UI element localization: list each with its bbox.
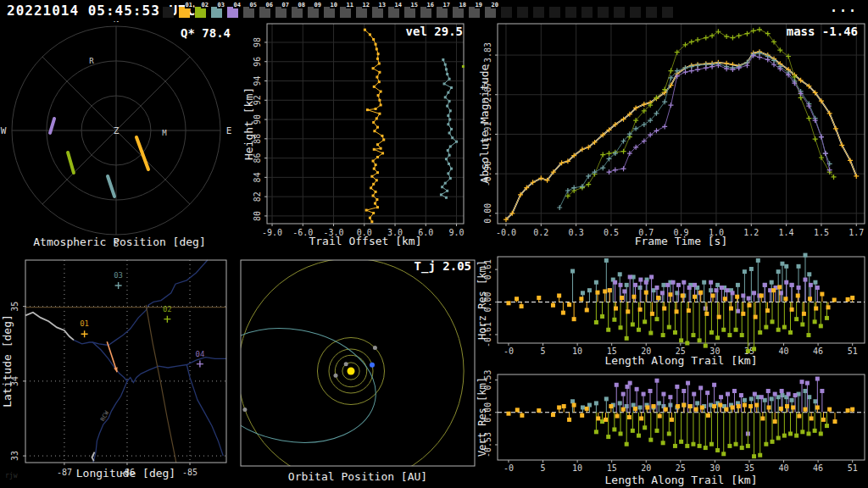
svg-text:80: 80 [253, 211, 262, 221]
orbital-position-plot [239, 250, 476, 488]
trail-xlabel: Trail Offset [km] [267, 235, 464, 247]
inactive-chip-15[interactable]: 15 [404, 7, 415, 18]
chip-number-label: 18 [459, 2, 467, 8]
q-value: Q* 78.4 [181, 26, 231, 40]
empty-chip [163, 7, 174, 18]
empty-chip [581, 7, 593, 18]
chip-number-label: 17 [442, 2, 451, 8]
empty-chip [646, 7, 657, 18]
svg-text:W: W [1, 125, 7, 136]
chip-number-label: 07 [281, 2, 290, 8]
inactive-chip-20[interactable]: 20 [485, 7, 496, 18]
svg-text:0.00: 0.00 [483, 203, 492, 224]
station-chip-03[interactable]: 03 [211, 7, 222, 18]
watermark: rjw [5, 472, 17, 480]
orbit-title: Orbital Position [AU] [239, 470, 476, 483]
inactive-chip-16[interactable]: 16 [420, 7, 431, 18]
horz-xlabel: Length Along Trail [km] [498, 354, 865, 367]
trail-offset-panel: -9.0-6.0-3.00.03.06.09.08082848688909294… [239, 21, 476, 250]
chip-number-label: 10 [330, 2, 338, 8]
svg-text:01: 01 [80, 319, 89, 328]
svg-text:02: 02 [163, 305, 172, 313]
ground-map-plot: RCW-87-86-8533343501020304 [0, 250, 239, 488]
mag-xlabel: Frame Time [s] [498, 235, 865, 247]
header-bar: 20221014 05:45:53 UTC 010203040506070809… [0, 0, 868, 21]
magnitude-plot: -0.00.20.30.50.70.91.01.21.41.51.70.00-0… [476, 21, 868, 250]
chip-number-label: 05 [249, 2, 258, 8]
svg-text:25: 25 [676, 463, 686, 473]
svg-text:33: 33 [10, 451, 19, 461]
svg-text:35: 35 [10, 302, 19, 312]
horz-res-panel: -05101520253035404651-0.610.000.61 Horz … [476, 250, 868, 369]
chip-number-label: 08 [298, 2, 306, 8]
empty-chip [517, 7, 528, 18]
chip-number-label: 11 [346, 2, 354, 8]
empty-chip [533, 7, 544, 18]
horz-res-plot: -05101520253035404651-0.610.000.61 [476, 250, 868, 369]
empty-chip [565, 7, 576, 18]
svg-text:04: 04 [195, 350, 204, 358]
chip-number-label: 09 [314, 2, 322, 8]
svg-text:10: 10 [572, 463, 582, 473]
overflow-menu-button[interactable]: ... [830, 0, 858, 15]
inactive-chip-08[interactable]: 08 [292, 7, 303, 18]
trail-offset-plot: -9.0-6.0-3.00.03.06.09.08082848688909294… [239, 21, 476, 250]
inactive-chip-11[interactable]: 11 [340, 7, 351, 18]
empty-chip [662, 7, 673, 18]
inactive-chip-10[interactable]: 10 [324, 7, 335, 18]
chip-number-label: 02 [201, 2, 209, 8]
svg-text:51: 51 [848, 463, 858, 473]
empty-chip [501, 7, 512, 18]
svg-text:N: N [114, 21, 120, 25]
map-ylabel: Latitude [deg] [1, 314, 14, 408]
inactive-chip-06[interactable]: 06 [259, 7, 270, 18]
empty-chip [549, 7, 560, 18]
station-chip-04[interactable]: 04 [227, 7, 238, 18]
chip-number-label: 04 [233, 2, 242, 8]
svg-text:M: M [162, 129, 167, 137]
chip-number-label: 03 [217, 2, 225, 8]
svg-text:E: E [226, 125, 232, 136]
inactive-chip-17[interactable]: 17 [437, 7, 448, 18]
svg-text:46: 46 [813, 463, 823, 473]
svg-text:82: 82 [253, 191, 262, 202]
atmos-title: Atmospheric Position [deg] [0, 236, 239, 248]
station-chip-01[interactable]: 01 [179, 7, 190, 18]
svg-text:-0: -0 [504, 463, 514, 473]
empty-chip [614, 7, 625, 18]
svg-text:20: 20 [641, 463, 651, 473]
svg-text:5: 5 [541, 463, 546, 473]
chip-number-label: 20 [491, 2, 499, 8]
svg-text:84: 84 [253, 172, 262, 182]
chip-number-label: 13 [378, 2, 387, 8]
horz-ylabel: Horz Res [km] [476, 260, 488, 340]
inactive-chip-09[interactable]: 09 [308, 7, 319, 18]
station-chip-02[interactable]: 02 [195, 7, 206, 18]
svg-text:35: 35 [744, 463, 754, 473]
empty-chip [598, 7, 609, 18]
station-chip-strip: 0102030405060708091011121314151617181920 [163, 7, 673, 18]
inactive-chip-13[interactable]: 13 [372, 7, 383, 18]
chip-number-label: 14 [394, 2, 403, 8]
svg-text:98: 98 [253, 37, 262, 47]
vert-ylabel: Vert Res [km] [476, 377, 488, 457]
inactive-chip-19[interactable]: 19 [469, 7, 480, 18]
vert-res-panel: -05101520253035404651-0.530.000.53 Vert … [476, 369, 868, 488]
mass-value: mass -1.46 [787, 25, 858, 38]
mag-ylabel: Absolute Magnitude [478, 64, 491, 184]
vert-xlabel: Length Along Trail [km] [498, 474, 865, 486]
inactive-chip-07[interactable]: 07 [275, 7, 287, 18]
svg-text:03: 03 [114, 271, 123, 280]
inactive-chip-18[interactable]: 18 [453, 7, 464, 18]
svg-text:R: R [89, 57, 94, 65]
inactive-chip-05[interactable]: 05 [243, 7, 254, 18]
inactive-chip-14[interactable]: 14 [388, 7, 399, 18]
svg-text:96: 96 [253, 57, 262, 67]
chip-number-label: 15 [410, 2, 419, 8]
map-xlabel: Longitude [deg] [25, 467, 226, 480]
svg-text:15: 15 [607, 463, 617, 473]
chip-number-label: 06 [265, 2, 274, 8]
inactive-chip-12[interactable]: 12 [356, 7, 367, 18]
atmospheric-position-panel: NSEWZRM Q* 78.4 Atmospheric Position [de… [0, 21, 239, 250]
svg-text:30: 30 [709, 463, 720, 473]
